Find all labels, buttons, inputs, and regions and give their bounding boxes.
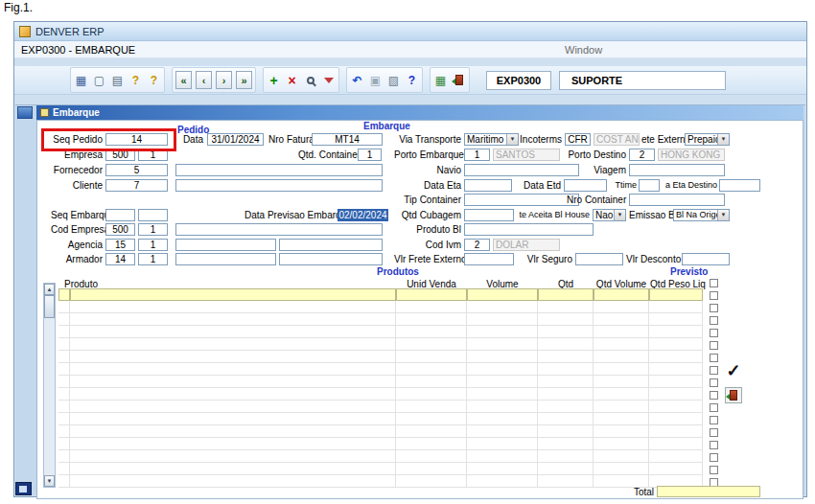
emissao-bl-select[interactable]: Bl Na Origem: [673, 209, 730, 221]
row-checkbox[interactable]: [710, 354, 718, 362]
grid-row[interactable]: [58, 326, 703, 338]
data-field[interactable]: 31/01/2024: [207, 133, 264, 146]
row-checkbox[interactable]: [710, 341, 718, 350]
first-record-button[interactable]: «: [175, 71, 192, 89]
grid-row[interactable]: [58, 363, 703, 376]
cliente-field[interactable]: 7: [105, 179, 168, 192]
next-record-button[interactable]: ›: [216, 71, 232, 89]
nro-container-field[interactable]: [629, 194, 725, 206]
help-button[interactable]: ?: [145, 69, 163, 91]
about-button[interactable]: ?: [403, 69, 421, 91]
unid-venda-input[interactable]: [396, 288, 467, 301]
copy-button[interactable]: ▣: [366, 69, 384, 91]
row-checkbox[interactable]: [710, 366, 718, 375]
grid-row[interactable]: [58, 313, 703, 326]
cliente-desc-field[interactable]: [175, 179, 383, 192]
search-record-button[interactable]: [301, 69, 319, 91]
calendar-button[interactable]: ▦: [431, 69, 450, 91]
volume-input[interactable]: [467, 288, 538, 301]
via-transporte-select[interactable]: Maritimo: [464, 133, 519, 146]
grid-row[interactable]: [58, 425, 703, 438]
grid-row[interactable]: [58, 388, 703, 401]
armador-cod-field[interactable]: 14: [105, 253, 135, 265]
row-checkbox[interactable]: [710, 378, 718, 387]
viagem-field[interactable]: [629, 164, 725, 176]
row-checkbox[interactable]: [710, 441, 718, 449]
grid-row[interactable]: [58, 438, 703, 450]
scroll-down-button[interactable]: ▼: [44, 475, 55, 487]
grid-row[interactable]: [58, 475, 703, 488]
row-checkbox[interactable]: [710, 428, 718, 437]
qtd-peso-liq-input[interactable]: [649, 288, 703, 301]
grid-row[interactable]: [58, 413, 703, 425]
agencia-cod-field[interactable]: 15: [105, 239, 135, 251]
help-topic-button[interactable]: ?: [127, 69, 145, 91]
print-button[interactable]: ▤: [108, 69, 127, 91]
previous-record-button[interactable]: ‹: [196, 71, 212, 89]
grid-row[interactable]: [58, 301, 703, 313]
row-checkbox[interactable]: [710, 403, 718, 412]
ttime-field[interactable]: [639, 179, 660, 192]
menu-item-window[interactable]: Window: [565, 44, 602, 56]
seq-embarque-cod-field[interactable]: [105, 209, 135, 221]
row-checkbox[interactable]: [710, 291, 718, 300]
grid-row[interactable]: [58, 351, 703, 363]
fornecedor-desc-field[interactable]: [175, 164, 383, 176]
menu-item-program[interactable]: EXP0300 - EMBARQUE: [21, 44, 135, 56]
insert-record-button[interactable]: +: [265, 69, 283, 91]
data-etd-field[interactable]: [564, 179, 607, 192]
qtd-input[interactable]: [538, 288, 594, 301]
undo-button[interactable]: ↶: [348, 69, 366, 91]
row-checkbox[interactable]: [710, 304, 718, 312]
porto-destino-cod-field[interactable]: 2: [629, 149, 655, 161]
minimized-window-tab[interactable]: [15, 482, 32, 495]
cod-empresa-cod-field[interactable]: 500: [105, 223, 135, 236]
grid-row[interactable]: [58, 450, 703, 463]
cod-empresa-seq-field[interactable]: 1: [138, 223, 168, 236]
agencia-seq-field[interactable]: 1: [138, 239, 168, 251]
aceita-bl-house-select[interactable]: Nao: [593, 209, 626, 221]
vlr-seguro-field[interactable]: [575, 253, 623, 265]
row-checkbox[interactable]: [710, 329, 718, 337]
incoterms-field[interactable]: CFR: [565, 133, 591, 146]
notes-button[interactable]: ▧: [384, 69, 403, 91]
grid-scrollbar[interactable]: ▲ ▼: [43, 283, 56, 488]
produto-input[interactable]: [70, 288, 396, 301]
row-checkbox[interactable]: [710, 316, 718, 325]
delete-record-button[interactable]: ×: [283, 69, 301, 91]
grid-row[interactable]: [58, 338, 703, 351]
qtd-cubagem-field[interactable]: [464, 209, 514, 221]
row-checkbox[interactable]: [710, 279, 718, 287]
vlr-frete-externo-field[interactable]: [464, 253, 514, 265]
scroll-up-button[interactable]: ▲: [44, 284, 55, 295]
child-window-icon[interactable]: [17, 106, 33, 119]
qtd-container-field[interactable]: 1: [358, 149, 382, 161]
row-checkbox[interactable]: [710, 416, 718, 424]
grid-row[interactable]: [58, 401, 703, 413]
save-button[interactable]: ▦: [72, 69, 90, 91]
tip-container-field[interactable]: [464, 194, 579, 206]
porto-embarque-cod-field[interactable]: 1: [464, 149, 490, 161]
qtd-volume-input[interactable]: [594, 288, 649, 301]
row-checkbox[interactable]: [710, 466, 718, 474]
frete-externo-select[interactable]: Prepaid: [685, 133, 730, 146]
grid-row[interactable]: [58, 376, 703, 388]
fornecedor-field[interactable]: 5: [105, 164, 168, 176]
screen-button[interactable]: ▢: [90, 69, 108, 91]
grid-entry-row[interactable]: [58, 288, 703, 301]
agencia-desc-field-1[interactable]: [175, 239, 276, 251]
cod-ivm-field[interactable]: 2: [464, 239, 490, 251]
cod-empresa-desc-field[interactable]: [175, 223, 383, 236]
row-select-cell[interactable]: [58, 288, 70, 301]
row-checkbox[interactable]: [710, 453, 718, 462]
armador-desc-field-2[interactable]: [279, 253, 383, 265]
data-previsao-embarque-field[interactable]: 02/02/2024: [338, 209, 388, 221]
scroll-thumb[interactable]: [44, 295, 55, 318]
last-record-button[interactable]: »: [236, 71, 252, 89]
seq-embarque-seq-field[interactable]: [138, 209, 168, 221]
vlr-desconto-field[interactable]: [682, 253, 730, 265]
grid-row[interactable]: [58, 463, 703, 475]
exit-grid-button[interactable]: [725, 387, 742, 403]
produto-bl-field[interactable]: [464, 223, 594, 236]
exit-button[interactable]: [450, 69, 468, 91]
